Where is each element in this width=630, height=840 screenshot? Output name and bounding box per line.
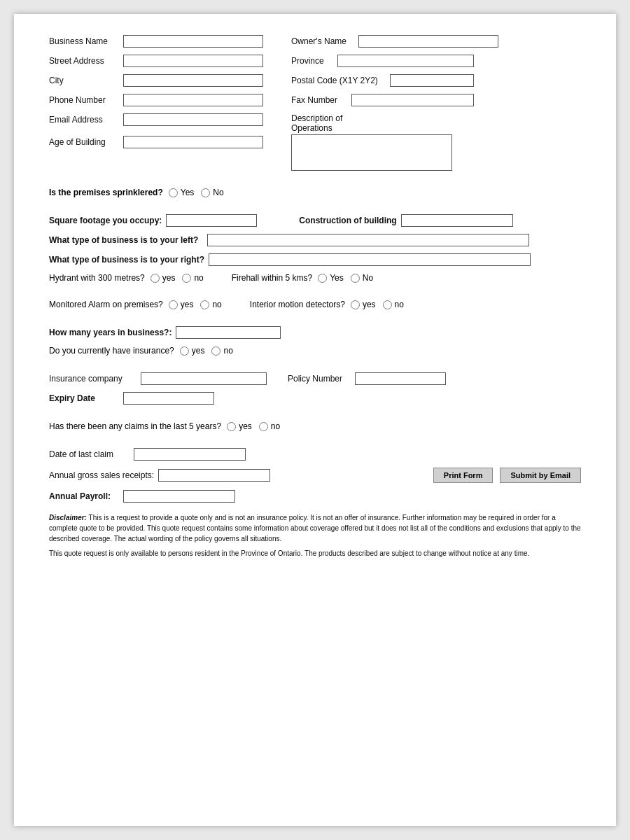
disclaimer-text1: This is a request to provide a quote onl… <box>49 514 581 542</box>
interior-motion-label: Interior motion detectors? <box>250 300 345 309</box>
email-address-label: Email Address <box>49 115 119 125</box>
biz-right-input[interactable] <box>209 253 531 266</box>
monitored-no-option[interactable]: no <box>200 300 221 309</box>
policy-number-label: Policy Number <box>288 374 351 384</box>
interior-yes-option[interactable]: yes <box>351 300 376 309</box>
firehall-no-label: No <box>363 273 373 283</box>
disclaimer-title: Disclaimer: <box>49 514 87 522</box>
sprinklered-yes-option[interactable]: Yes <box>169 188 195 197</box>
business-name-input[interactable] <box>123 35 263 48</box>
insurance-company-input[interactable] <box>141 372 267 385</box>
expiry-date-label: Expiry Date <box>49 393 119 403</box>
construction-input[interactable] <box>401 214 513 227</box>
fax-number-input[interactable] <box>351 94 474 106</box>
street-address-input[interactable] <box>123 55 263 67</box>
annual-payroll-input[interactable] <box>123 490 235 503</box>
postal-code-input[interactable] <box>390 74 474 87</box>
claims-no-radio[interactable] <box>259 422 268 431</box>
form-page: Business Name Owner's Name Street Addres… <box>14 14 616 826</box>
email-address-input[interactable] <box>123 113 263 126</box>
ins-yes-label: yes <box>192 346 205 356</box>
owners-name-input[interactable] <box>358 35 498 48</box>
date-last-claim-label: Date of last claim <box>49 449 130 459</box>
disclaimer-section: Disclaimer: This is a request to provide… <box>49 512 581 559</box>
phone-number-label: Phone Number <box>49 95 119 105</box>
firehall-no-option[interactable]: No <box>351 273 373 283</box>
hydrant-label: Hydrant with 300 metres? <box>49 273 145 283</box>
biz-right-label: What type of business is to your right? <box>49 255 204 265</box>
phone-number-input[interactable] <box>123 94 263 106</box>
city-label: City <box>49 76 119 85</box>
firehall-yes-radio[interactable] <box>318 274 327 283</box>
monitored-yes-radio[interactable] <box>169 300 178 309</box>
claims-yes-radio[interactable] <box>227 422 236 431</box>
square-footage-label: Square footage you occupy: <box>49 216 162 225</box>
age-of-building-input[interactable] <box>123 136 263 148</box>
biz-left-input[interactable] <box>207 234 529 246</box>
sprinklered-no-radio[interactable] <box>201 188 210 197</box>
firehall-no-radio[interactable] <box>351 274 360 283</box>
ins-no-label: no <box>223 346 232 356</box>
ins-yes-radio[interactable] <box>180 346 189 356</box>
ins-yes-option[interactable]: yes <box>180 346 205 356</box>
owners-name-label: Owner's Name <box>291 36 354 46</box>
sprinklered-yes-label: Yes <box>181 188 195 197</box>
biz-left-label: What type of business is to your left? <box>49 235 203 245</box>
ins-no-option[interactable]: no <box>211 346 232 356</box>
square-footage-input[interactable] <box>166 214 257 227</box>
description-ops-input[interactable] <box>291 134 452 171</box>
ins-no-radio[interactable] <box>211 346 220 356</box>
sprinklered-label: Is the premises sprinklered? <box>49 188 163 197</box>
current-insurance-label: Do you currently have insurance? <box>49 346 174 356</box>
monitored-no-label: no <box>212 300 221 309</box>
claims-no-option[interactable]: no <box>259 421 280 431</box>
annual-gross-label: Annual gross sales receipts: <box>49 470 154 480</box>
policy-number-input[interactable] <box>355 372 446 385</box>
print-form-button[interactable]: Print Form <box>433 468 493 483</box>
province-label: Province <box>291 56 333 66</box>
years-biz-label: How many years in business?: <box>49 328 172 337</box>
insurance-company-label: Insurance company <box>49 374 136 384</box>
expiry-date-input[interactable] <box>123 392 214 405</box>
interior-no-option[interactable]: no <box>383 300 404 309</box>
hydrant-no-option[interactable]: no <box>182 273 203 283</box>
hydrant-no-label: no <box>194 273 203 283</box>
street-address-label: Street Address <box>49 56 119 66</box>
disclaimer-text2: This quote request is only available to … <box>49 550 529 557</box>
annual-payroll-label: Annual Payroll: <box>49 491 119 501</box>
interior-yes-label: yes <box>363 300 376 309</box>
firehall-label: Firehall within 5 kms? <box>232 273 312 283</box>
date-last-claim-input[interactable] <box>134 448 246 461</box>
sprinklered-yes-radio[interactable] <box>169 188 178 197</box>
claims-yes-label: yes <box>239 421 252 431</box>
fax-number-label: Fax Number <box>291 95 347 105</box>
firehall-yes-option[interactable]: Yes <box>318 273 344 283</box>
monitored-no-radio[interactable] <box>200 300 209 309</box>
interior-yes-radio[interactable] <box>351 300 360 309</box>
monitored-yes-label: yes <box>181 300 194 309</box>
interior-no-label: no <box>395 300 404 309</box>
monitored-alarm-label: Monitored Alarm on premises? <box>49 300 163 309</box>
claims-no-label: no <box>271 421 280 431</box>
sprinklered-no-label: No <box>213 188 223 197</box>
construction-label: Construction of building <box>299 216 396 225</box>
hydrant-yes-radio[interactable] <box>150 274 160 283</box>
annual-gross-input[interactable] <box>158 469 270 482</box>
hydrant-yes-label: yes <box>162 273 176 283</box>
age-of-building-label: Age of Building <box>49 137 119 147</box>
submit-email-button[interactable]: Submit by Email <box>500 468 581 483</box>
postal-code-label: Postal Code (X1Y 2Y2) <box>291 76 386 85</box>
interior-no-radio[interactable] <box>383 300 392 309</box>
province-input[interactable] <box>337 55 474 67</box>
monitored-yes-option[interactable]: yes <box>169 300 194 309</box>
claims-label: Has there been any claims in the last 5 … <box>49 421 221 431</box>
hydrant-no-radio[interactable] <box>182 274 191 283</box>
city-input[interactable] <box>123 74 263 87</box>
business-name-label: Business Name <box>49 36 119 46</box>
years-biz-input[interactable] <box>176 326 281 339</box>
hydrant-yes-option[interactable]: yes <box>150 273 176 283</box>
sprinklered-no-option[interactable]: No <box>201 188 223 197</box>
desc-ops-label: Description of Operations <box>291 113 342 133</box>
firehall-yes-label: Yes <box>330 273 344 283</box>
claims-yes-option[interactable]: yes <box>227 421 252 431</box>
